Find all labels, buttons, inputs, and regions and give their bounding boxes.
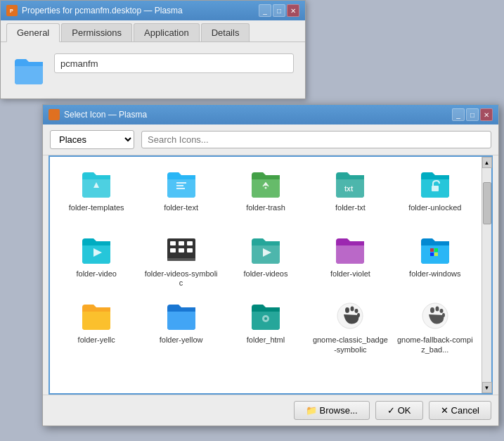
svg-rect-20 <box>430 248 434 252</box>
svg-point-25 <box>264 317 267 320</box>
list-item[interactable]: gnome-fallback-compiz_bad... <box>394 295 476 358</box>
search-input[interactable] <box>141 131 491 148</box>
folder-windows-icon <box>418 233 452 267</box>
browse-button[interactable]: 📁 Browse... <box>294 401 370 420</box>
icon-label: folder-trash <box>246 203 285 212</box>
filename-input[interactable] <box>54 53 294 73</box>
ok-check-icon: ✓ <box>387 405 395 416</box>
svg-rect-14 <box>187 241 193 245</box>
properties-tabs: General Permissions Application Details <box>1 20 305 42</box>
tab-general[interactable]: General <box>6 23 60 42</box>
gnome-classic-badge-icon <box>333 299 367 333</box>
scrollbar[interactable]: ▲ ▼ <box>482 157 491 393</box>
svg-point-28 <box>351 307 354 312</box>
list-item[interactable]: folder-trash <box>225 162 306 226</box>
svg-text:P: P <box>10 8 13 13</box>
list-item[interactable]: folder-unlocked <box>394 162 476 226</box>
properties-title: Properties for pcmanfm.desktop — Plasma <box>22 6 183 15</box>
list-item[interactable]: txt folder-txt <box>309 162 391 226</box>
svg-rect-15 <box>170 248 176 253</box>
icon-label: folder-windows <box>409 269 460 279</box>
icon-label: folder-videos <box>244 269 288 279</box>
scrollbar-thumb[interactable] <box>483 182 491 224</box>
svg-rect-17 <box>187 248 193 253</box>
svg-rect-23 <box>434 253 438 256</box>
svg-text:txt: txt <box>344 185 354 193</box>
list-item[interactable]: folder-video <box>56 229 137 292</box>
scrollbar-thumb-area <box>482 168 491 382</box>
icon-label: gnome-classic_badge-symbolic <box>312 335 388 354</box>
svg-rect-22 <box>430 253 434 256</box>
list-item[interactable]: folder-videos <box>225 229 306 292</box>
folder-html-icon <box>249 299 283 333</box>
gnome-fallback-icon <box>418 299 452 333</box>
svg-rect-18 <box>167 258 195 261</box>
close-button-2[interactable]: ✕ <box>480 108 493 121</box>
svg-rect-5 <box>176 185 183 186</box>
icons-scroll[interactable]: folder-templates folder-text <box>50 157 482 393</box>
svg-point-29 <box>355 309 358 313</box>
tab-permissions[interactable]: Permissions <box>61 23 132 41</box>
list-item[interactable]: folder-templates <box>56 162 137 226</box>
cancel-x-icon: ✕ <box>441 405 448 416</box>
properties-titlebar: P Properties for pcmanfm.desktop — Plasm… <box>1 1 305 20</box>
svg-rect-9 <box>432 186 439 191</box>
list-item[interactable]: gnome-classic_badge-symbolic <box>309 295 391 358</box>
folder-video-icon <box>79 233 113 267</box>
svg-point-34 <box>439 309 443 313</box>
properties-window: P Properties for pcmanfm.desktop — Plasm… <box>0 0 306 99</box>
list-item[interactable]: folder_html <box>225 295 306 358</box>
select-icon-toolbar: Places Actions Apps Devices Emblems Mime… <box>43 124 498 155</box>
list-item[interactable]: folder-yellc <box>56 295 137 358</box>
icon-label: folder-unlocked <box>408 203 461 212</box>
svg-point-32 <box>430 307 434 313</box>
folder-unlocked-icon <box>418 167 452 200</box>
svg-point-33 <box>435 307 439 312</box>
tab-details[interactable]: Details <box>201 23 250 41</box>
properties-content <box>1 42 305 98</box>
ok-button[interactable]: ✓ OK <box>375 401 423 420</box>
category-select[interactable]: Places Actions Apps Devices Emblems Mime… <box>50 130 134 149</box>
svg-rect-21 <box>434 248 438 252</box>
icon-label: folder-txt <box>335 203 366 212</box>
folder-videos-symbolic-icon <box>164 233 198 267</box>
properties-window-controls: _ □ ✕ <box>259 4 299 17</box>
select-icon-window: Select Icon — Plasma _ □ ✕ Places Action… <box>42 104 499 426</box>
svg-point-7 <box>264 187 266 189</box>
close-button[interactable]: ✕ <box>287 4 299 17</box>
browse-icon: 📁 <box>306 405 317 416</box>
select-icon-window-icon <box>49 109 60 120</box>
list-item[interactable]: folder-yellow <box>140 295 221 358</box>
maximize-button[interactable]: □ <box>273 4 285 17</box>
maximize-button-2[interactable]: □ <box>466 108 479 121</box>
icon-label: folder-video <box>76 269 116 279</box>
list-item[interactable]: folder-windows <box>394 229 476 292</box>
tab-application[interactable]: Application <box>134 23 200 41</box>
scroll-up-arrow[interactable]: ▲ <box>482 157 492 168</box>
scroll-down-arrow[interactable]: ▼ <box>482 382 492 393</box>
folder-violet-icon <box>333 233 367 267</box>
svg-point-27 <box>345 307 349 313</box>
select-icon-footer: 📁 Browse... ✓ OK ✕ Cancel <box>43 395 498 426</box>
folder-trash-icon <box>249 167 283 200</box>
icon-label: folder-text <box>164 203 198 212</box>
icons-grid: folder-templates folder-text <box>50 157 482 364</box>
svg-rect-2 <box>51 111 58 118</box>
svg-rect-16 <box>179 248 184 253</box>
folder-txt-icon: txt <box>333 167 367 200</box>
folder-yellow-icon <box>164 299 198 333</box>
list-item[interactable]: folder-videos-symbolic <box>140 229 221 292</box>
select-icon-title: Select Icon — Plasma <box>64 110 147 120</box>
icon-label: folder-templates <box>69 203 124 212</box>
minimize-button[interactable]: _ <box>259 4 271 17</box>
icon-label: folder-videos-symbolic <box>143 269 219 288</box>
select-icon-titlebar: Select Icon — Plasma _ □ ✕ <box>43 105 498 124</box>
svg-rect-6 <box>176 188 185 189</box>
svg-rect-13 <box>179 241 184 245</box>
folder-videos-icon <box>249 233 283 267</box>
list-item[interactable]: folder-text <box>140 162 221 226</box>
icons-area: folder-templates folder-text <box>49 155 493 395</box>
cancel-button[interactable]: ✕ Cancel <box>429 401 491 420</box>
minimize-button-2[interactable]: _ <box>452 108 465 121</box>
list-item[interactable]: folder-violet <box>309 229 391 292</box>
